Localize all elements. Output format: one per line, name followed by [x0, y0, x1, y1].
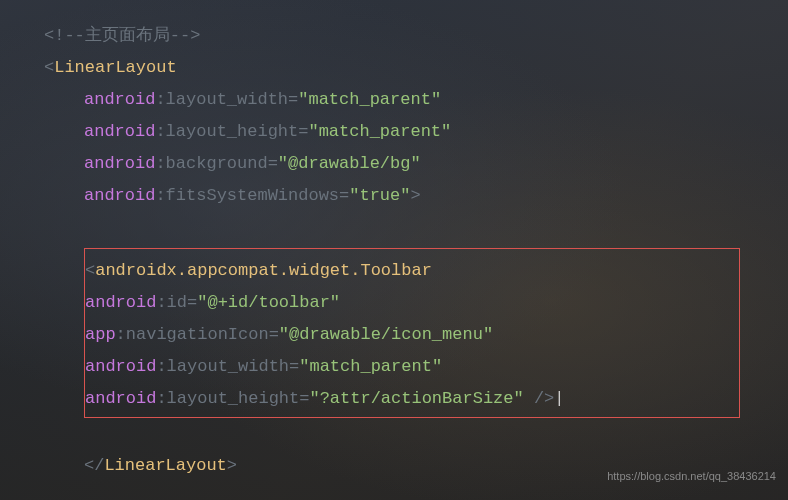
attr-line: android:fitsSystemWindows="true"> [44, 180, 788, 212]
code-block: <!--主页面布局--> <LinearLayout android:layou… [0, 0, 788, 482]
watermark-text: https://blog.csdn.net/qq_38436214 [607, 460, 776, 492]
attr-line: android:id="@+id/toolbar" [85, 287, 739, 319]
text-cursor: | [554, 389, 564, 408]
toolbar-open-line: <androidx.appcompat.widget.Toolbar [85, 255, 739, 287]
blank-line [44, 418, 788, 450]
attr-line: app:navigationIcon="@drawable/icon_menu" [85, 319, 739, 351]
comment-line: <!--主页面布局--> [44, 20, 788, 52]
attr-line: android:layout_height="match_parent" [44, 116, 788, 148]
attr-line: android:layout_width="match_parent" [44, 84, 788, 116]
attr-line: android:layout_height="?attr/actionBarSi… [85, 383, 739, 415]
tag-open-line: <LinearLayout [44, 52, 788, 84]
attr-line: android:layout_width="match_parent" [85, 351, 739, 383]
highlighted-region: <androidx.appcompat.widget.Toolbar andro… [84, 248, 740, 418]
attr-line: android:background="@drawable/bg" [44, 148, 788, 180]
blank-line [44, 212, 788, 244]
xml-comment: <!--主页面布局--> [44, 26, 200, 45]
